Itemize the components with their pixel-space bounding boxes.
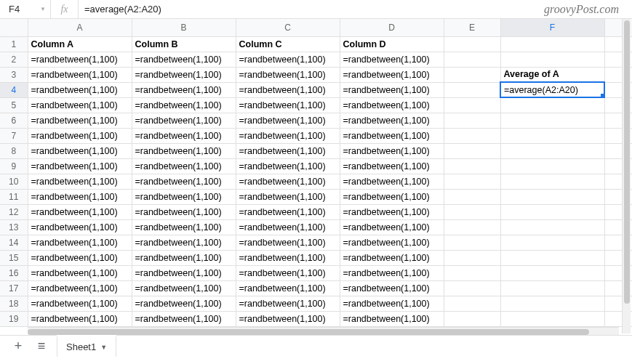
cell-B19[interactable]: =randbetween(1,100) [132, 311, 236, 326]
spreadsheet-grid[interactable]: ABCDEF 1Column AColumn BColumn CColumn D… [0, 19, 632, 335]
row-header-5[interactable]: 5 [0, 97, 28, 113]
cell-D10[interactable]: =randbetween(1,100) [340, 174, 444, 189]
cell-F18[interactable] [500, 296, 604, 311]
column-header-A[interactable]: A [28, 19, 132, 36]
cell-D2[interactable]: =randbetween(1,100) [340, 52, 444, 67]
cell-E14[interactable] [444, 235, 500, 250]
cell-F8[interactable] [500, 143, 604, 158]
cell-D8[interactable]: =randbetween(1,100) [340, 143, 444, 158]
cell-E12[interactable] [444, 204, 500, 219]
cell-A19[interactable]: =randbetween(1,100) [28, 311, 132, 326]
cell-F10[interactable] [500, 174, 604, 189]
cell-A7[interactable]: =randbetween(1,100) [28, 128, 132, 143]
cell-A9[interactable]: =randbetween(1,100) [28, 158, 132, 174]
row-header-1[interactable]: 1 [0, 36, 28, 52]
cell-B6[interactable]: =randbetween(1,100) [132, 113, 236, 128]
cell-D5[interactable]: =randbetween(1,100) [340, 97, 444, 113]
cell-D13[interactable]: =randbetween(1,100) [340, 219, 444, 235]
row-header-10[interactable]: 10 [0, 174, 28, 189]
cell-F1[interactable] [500, 36, 604, 52]
cell-B3[interactable]: =randbetween(1,100) [132, 67, 236, 82]
row-header-9[interactable]: 9 [0, 158, 28, 174]
row-header-4[interactable]: 4 [0, 82, 28, 97]
cell-F2[interactable] [500, 52, 604, 67]
cell-F9[interactable] [500, 158, 604, 174]
row-header-17[interactable]: 17 [0, 280, 28, 296]
cell-C18[interactable]: =randbetween(1,100) [236, 296, 340, 311]
column-header-F[interactable]: F [500, 19, 604, 36]
cell-F14[interactable] [500, 235, 604, 250]
sheet-tab[interactable]: Sheet1 ▼ [57, 336, 116, 357]
cell-B1[interactable]: Column B [132, 36, 236, 52]
row-header-18[interactable]: 18 [0, 296, 28, 311]
column-header-D[interactable]: D [340, 19, 444, 36]
cell-C14[interactable]: =randbetween(1,100) [236, 235, 340, 250]
cell-C8[interactable]: =randbetween(1,100) [236, 143, 340, 158]
cell-B7[interactable]: =randbetween(1,100) [132, 128, 236, 143]
cell-B9[interactable]: =randbetween(1,100) [132, 158, 236, 174]
cell-E11[interactable] [444, 189, 500, 204]
cell-D19[interactable]: =randbetween(1,100) [340, 311, 444, 326]
row-header-3[interactable]: 3 [0, 67, 28, 82]
cell-F7[interactable] [500, 128, 604, 143]
cell-E6[interactable] [444, 113, 500, 128]
all-sheets-button[interactable]: ≡ [33, 339, 49, 355]
cell-B16[interactable]: =randbetween(1,100) [132, 265, 236, 280]
cell-F12[interactable] [500, 204, 604, 219]
cell-A12[interactable]: =randbetween(1,100) [28, 204, 132, 219]
cell-E3[interactable] [444, 67, 500, 82]
cell-F13[interactable] [500, 219, 604, 235]
cell-C7[interactable]: =randbetween(1,100) [236, 128, 340, 143]
row-header-15[interactable]: 15 [0, 250, 28, 265]
cell-A5[interactable]: =randbetween(1,100) [28, 97, 132, 113]
chevron-down-icon[interactable]: ▼ [100, 344, 107, 351]
cell-E13[interactable] [444, 219, 500, 235]
cell-E15[interactable] [444, 250, 500, 265]
cell-A10[interactable]: =randbetween(1,100) [28, 174, 132, 189]
cell-D9[interactable]: =randbetween(1,100) [340, 158, 444, 174]
name-box[interactable]: F4 ▼ [0, 0, 51, 18]
cell-A8[interactable]: =randbetween(1,100) [28, 143, 132, 158]
cell-B4[interactable]: =randbetween(1,100) [132, 82, 236, 97]
cell-D11[interactable]: =randbetween(1,100) [340, 189, 444, 204]
cell-B13[interactable]: =randbetween(1,100) [132, 219, 236, 235]
cell-B8[interactable]: =randbetween(1,100) [132, 143, 236, 158]
cell-A16[interactable]: =randbetween(1,100) [28, 265, 132, 280]
cell-B2[interactable]: =randbetween(1,100) [132, 52, 236, 67]
cell-F16[interactable] [500, 265, 604, 280]
cell-C3[interactable]: =randbetween(1,100) [236, 67, 340, 82]
add-sheet-button[interactable]: + [10, 339, 26, 355]
row-header-14[interactable]: 14 [0, 235, 28, 250]
cell-B5[interactable]: =randbetween(1,100) [132, 97, 236, 113]
cell-F3[interactable]: Average of A [500, 67, 604, 82]
cell-C13[interactable]: =randbetween(1,100) [236, 219, 340, 235]
row-header-13[interactable]: 13 [0, 219, 28, 235]
cell-A18[interactable]: =randbetween(1,100) [28, 296, 132, 311]
cell-C9[interactable]: =randbetween(1,100) [236, 158, 340, 174]
row-header-12[interactable]: 12 [0, 204, 28, 219]
row-header-11[interactable]: 11 [0, 189, 28, 204]
cell-C2[interactable]: =randbetween(1,100) [236, 52, 340, 67]
cell-F15[interactable] [500, 250, 604, 265]
cell-E8[interactable] [444, 143, 500, 158]
cell-B12[interactable]: =randbetween(1,100) [132, 204, 236, 219]
cell-C16[interactable]: =randbetween(1,100) [236, 265, 340, 280]
row-header-2[interactable]: 2 [0, 52, 28, 67]
cell-E2[interactable] [444, 52, 500, 67]
cell-F4[interactable]: =average(A2:A20) [500, 82, 604, 97]
cell-E17[interactable] [444, 280, 500, 296]
cell-E1[interactable] [444, 36, 500, 52]
cell-F5[interactable] [500, 97, 604, 113]
column-header-E[interactable]: E [444, 19, 500, 36]
cell-B11[interactable]: =randbetween(1,100) [132, 189, 236, 204]
cell-D4[interactable]: =randbetween(1,100) [340, 82, 444, 97]
cell-D14[interactable]: =randbetween(1,100) [340, 235, 444, 250]
cell-D7[interactable]: =randbetween(1,100) [340, 128, 444, 143]
cell-D12[interactable]: =randbetween(1,100) [340, 204, 444, 219]
cell-F11[interactable] [500, 189, 604, 204]
cell-C17[interactable]: =randbetween(1,100) [236, 280, 340, 296]
cell-B15[interactable]: =randbetween(1,100) [132, 250, 236, 265]
column-header-B[interactable]: B [132, 19, 236, 36]
row-header-8[interactable]: 8 [0, 143, 28, 158]
select-all-corner[interactable] [0, 19, 28, 36]
